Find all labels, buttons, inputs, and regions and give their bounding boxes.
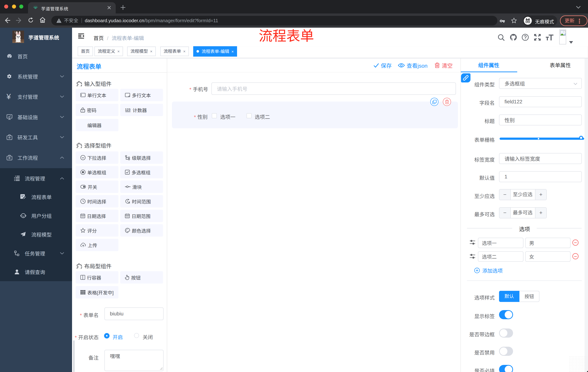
svg-text:123: 123 xyxy=(125,108,130,112)
